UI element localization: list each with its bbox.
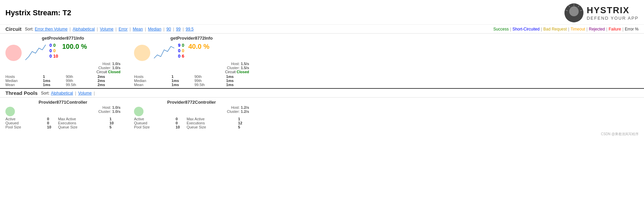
logo-area: Hystrix Defend Your App — [564, 3, 639, 22]
c1-num-blue-top: 0 — [49, 43, 52, 48]
thread-card-1: Provider8771Controller Host: 1.0/s Clust… — [5, 100, 120, 129]
svg-point-0 — [564, 3, 583, 22]
thread-bubble-1 — [5, 107, 15, 116]
circuit-bubble-2 — [134, 45, 150, 61]
circuit-pct-2: 40.0 % — [188, 43, 209, 50]
legend-failure: Failure — [609, 27, 621, 32]
sort-90[interactable]: 90 — [166, 27, 171, 32]
circuit-pct-1: 100.0 % — [62, 43, 87, 50]
circuit-bar: Circuit Sort: Error then Volume | Alphab… — [0, 25, 644, 34]
circuit-host-2: Host: 1.5/s — [134, 62, 249, 66]
footer-text: CSDN @乘着清风写程序 — [601, 132, 639, 136]
logo-name: Hystrix — [587, 5, 639, 16]
sort-99[interactable]: 99 — [176, 27, 180, 32]
c1-num-orange-mid: 0 — [53, 48, 55, 53]
thread-stats-1: Active 0 Max Active 1 Queued 0 Execution… — [5, 117, 120, 129]
sort-99-5[interactable]: 99.5 — [186, 27, 194, 32]
circuit-card-2-title: getProvider8772Info — [134, 36, 249, 41]
thread-card-2: Provider8772Controller Host: 1.2/s Clust… — [134, 100, 249, 129]
thread-rates-1: Host: 1.0/s Cluster: 1.0/s — [18, 105, 120, 114]
circuit-cluster-1: Cluster: 1.0/s — [5, 66, 120, 70]
legend-error-pct: Error % — [625, 27, 639, 32]
sort-alphabetical[interactable]: Alphabetical — [73, 27, 95, 32]
circuit-label: Circuit — [5, 26, 22, 32]
sort-mean[interactable]: Mean — [133, 27, 143, 32]
sort-median[interactable]: Median — [148, 27, 161, 32]
circuit-card-2: getProvider8772Info 9 0 0 0 0 6 — [134, 36, 249, 87]
sparkline-2 — [152, 41, 176, 62]
circuit-bubble-1 — [5, 45, 22, 61]
c2-num-blue-bot: 0 — [178, 54, 180, 59]
c1-num-blue-bot: 0 — [49, 54, 52, 59]
sort-label: Sort: — [25, 27, 34, 32]
svg-point-5 — [574, 9, 576, 11]
logo-text: Hystrix Defend Your App — [587, 5, 639, 21]
thread-label: Thread Pools — [5, 90, 38, 96]
c2-num-red-bot: 6 — [182, 54, 184, 59]
thread-card-2-title: Provider8772Controller — [134, 100, 249, 105]
legend-bad-request: Bad Request — [543, 27, 567, 32]
circuit-section: getProvider8771Info 0 0 0 0 0 10 — [0, 34, 644, 88]
legend-success: Success — [493, 27, 509, 32]
circuit-stats-2: Hosts 1 90th 1ms Median 1ms 99th 1ms Mea… — [134, 75, 249, 87]
page-title: Hystrix Stream: T2 — [5, 8, 71, 17]
thread-card-1-title: Provider8771Controller — [5, 100, 120, 105]
footer: CSDN @乘着清风写程序 — [0, 130, 644, 138]
thread-sort-alphabetical[interactable]: Alphabetical — [51, 91, 73, 96]
c1-num-green-top: 0 — [53, 43, 55, 48]
thread-stats-2: Active 0 Max Active 1 Queued 0 Execution… — [134, 117, 249, 129]
c1-num-blue-mid: 0 — [49, 48, 52, 53]
legend-area: Success | Short-Circuited | Bad Request … — [493, 27, 639, 32]
legend-rejected: Rejected — [589, 27, 605, 32]
circuit-nums-2: 9 0 0 0 0 6 — [178, 43, 184, 59]
svg-point-1 — [570, 6, 578, 15]
circuit-cluster-2: Cluster: 1.5/s — [134, 66, 249, 70]
circuit-card-1: getProvider8771Info 0 0 0 0 0 10 — [5, 36, 120, 87]
circuit-nums-1: 0 0 0 0 0 10 — [49, 43, 58, 59]
c1-num-red-bot: 10 — [53, 54, 58, 59]
thread-sort-volume[interactable]: Volume — [78, 91, 92, 96]
circuit-host-1: Host: 1.0/s — [5, 62, 120, 66]
svg-point-3 — [572, 8, 576, 13]
hystrix-logo-icon — [564, 3, 583, 22]
legend-timeout: Timeout — [571, 27, 585, 32]
c2-num-blue-mid: 0 — [178, 48, 180, 53]
sort-error-volume[interactable]: Error then Volume — [35, 27, 68, 32]
logo-sub: Defend Your App — [587, 16, 639, 21]
thread-bar: Thread Pools Sort: Alphabetical | Volume… — [0, 88, 644, 98]
legend-short-circuited: Short-Circuited — [512, 27, 539, 32]
c2-num-green-top: 0 — [182, 43, 184, 48]
thread-sort-label: Sort: — [41, 91, 49, 96]
svg-point-4 — [572, 9, 574, 11]
c2-num-orange-mid: 0 — [182, 48, 184, 53]
svg-point-2 — [571, 7, 577, 13]
circuit-state-2: Circuit Closed — [134, 70, 249, 74]
thread-section: Provider8771Controller Host: 1.0/s Clust… — [0, 98, 644, 130]
c2-num-blue-top: 9 — [178, 43, 180, 48]
sort-volume[interactable]: Volume — [100, 27, 113, 32]
thread-bubble-2 — [134, 107, 143, 116]
thread-rates-2: Host: 1.2/s Cluster: 1.2/s — [146, 105, 249, 114]
sparkline-1 — [24, 41, 47, 62]
circuit-card-1-title: getProvider8771Info — [5, 36, 120, 41]
header: Hystrix Stream: T2 Hystrix Defend Your A… — [0, 0, 644, 25]
circuit-stats-1: Hosts 1 90th 2ms Median 1ms 99th 2ms Mea… — [5, 75, 120, 87]
sort-error[interactable]: Error — [118, 27, 128, 32]
circuit-state-1: Circuit Closed — [5, 70, 120, 74]
